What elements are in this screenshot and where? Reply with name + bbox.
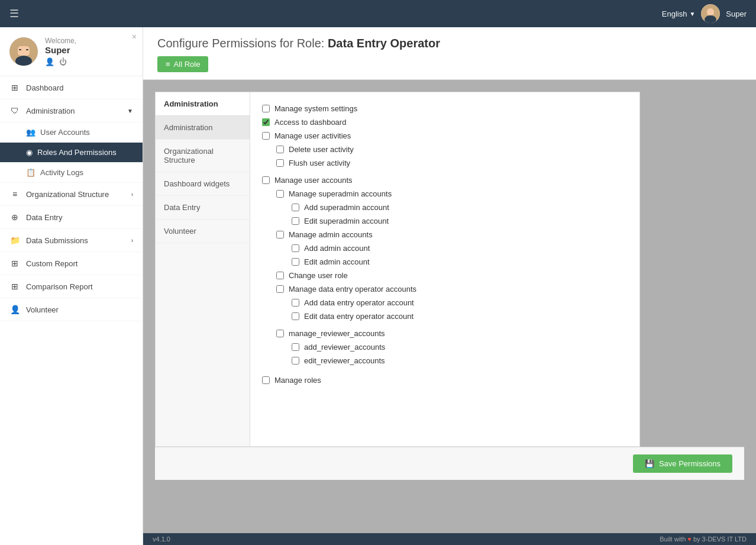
- perm-add-data-entry-operator-account: Add data entry operator account: [262, 296, 628, 309]
- sidebar-item-label: Roles And Permissions: [37, 148, 117, 157]
- sidebar-item-label: Data Submissions: [26, 236, 125, 245]
- label-edit-superadmin-account: Edit superadmin account: [304, 217, 389, 225]
- page-title-prefix: Configure Permissions for Role:: [157, 37, 324, 50]
- sidebar: Welcome, Super 👤 ⏻ × ⊞ Dashboard 🛡 Admin…: [0, 27, 143, 545]
- checkbox-add-data-entry-operator-account[interactable]: [292, 299, 299, 307]
- sidebar-item-label: Custom Report: [26, 259, 133, 268]
- label-add-admin-account: Add admin account: [304, 244, 370, 253]
- main-layout: Welcome, Super 👤 ⏻ × ⊞ Dashboard 🛡 Admin…: [0, 27, 756, 545]
- version-label: v4.1.0: [153, 536, 170, 543]
- user-power-icon[interactable]: ⏻: [59, 57, 67, 66]
- sidebar-item-data-entry[interactable]: ⊕ Data Entry: [0, 206, 143, 229]
- hamburger-icon[interactable]: ☰: [9, 7, 19, 20]
- checkbox-manage-admin-accounts[interactable]: [276, 231, 284, 238]
- user-profile-icon[interactable]: 👤: [45, 57, 54, 66]
- save-permissions-button[interactable]: 💾 Save Permissions: [633, 454, 732, 473]
- sidebar-item-label: Dashboard: [26, 83, 133, 92]
- label-add-data-entry-operator-account: Add data entry operator account: [304, 298, 414, 307]
- language-selector[interactable]: English ▼: [662, 9, 696, 18]
- sidebar-item-custom-report[interactable]: ⊞ Custom Report: [0, 252, 143, 275]
- chevron-right-icon: ›: [131, 237, 133, 244]
- tab-dashboard-widgets[interactable]: Dashboard widgets: [156, 172, 250, 196]
- perm-add-superadmin-account: Add superadmin account: [262, 201, 628, 214]
- svg-rect-3: [707, 10, 714, 15]
- checkbox-add-reviewer-accounts[interactable]: [292, 343, 299, 351]
- sidebar-item-dashboard[interactable]: ⊞ Dashboard: [0, 76, 143, 99]
- language-caret: ▼: [689, 11, 695, 17]
- svg-rect-5: [18, 46, 30, 56]
- save-bar: 💾 Save Permissions: [155, 447, 744, 480]
- tab-org-structure[interactable]: Organizational Structure: [156, 140, 250, 172]
- sidebar-item-volunteer[interactable]: 👤 Volunteer: [0, 298, 143, 321]
- tab-volunteer[interactable]: Volunteer: [156, 220, 250, 243]
- comparison-report-icon: ⊞: [9, 282, 20, 291]
- checkbox-manage-roles[interactable]: [262, 376, 270, 384]
- checkbox-manage-reviewer-accounts[interactable]: [276, 330, 284, 337]
- permissions-box: Administration Administration Organizati…: [155, 92, 640, 447]
- sidebar-user-info: Welcome, Super 👤 ⏻: [45, 37, 133, 66]
- all-role-button[interactable]: ≡ All Role: [157, 56, 208, 72]
- content-area: Administration Administration Organizati…: [143, 80, 756, 533]
- checkbox-add-superadmin-account[interactable]: [292, 204, 299, 211]
- perm-manage-superadmin-accounts: Manage superadmin accounts: [262, 187, 628, 201]
- page-role-name: Data Entry Operator: [328, 37, 440, 50]
- checkbox-delete-user-activity[interactable]: [276, 146, 284, 153]
- perm-edit-data-entry-operator-account: Edit data entry operator account: [262, 309, 628, 323]
- perm-add-admin-account: Add admin account: [262, 241, 628, 255]
- label-manage-admin-accounts: Manage admin accounts: [289, 230, 373, 239]
- welcome-text: Welcome,: [45, 37, 133, 45]
- sidebar-item-data-submissions[interactable]: 📁 Data Submissions ›: [0, 229, 143, 252]
- sidebar-item-label: Activity Logs: [40, 168, 83, 177]
- label-edit-reviewer-accounts: edit_reviewer_accounts: [304, 356, 385, 365]
- avatar: [701, 4, 720, 23]
- checkbox-add-admin-account[interactable]: [292, 244, 299, 252]
- label-manage-reviewer-accounts: manage_reviewer_accounts: [289, 329, 385, 338]
- sidebar-avatar: [9, 37, 38, 66]
- svg-rect-8: [26, 49, 28, 50]
- sidebar-item-label: Volunteer: [26, 305, 133, 314]
- activity-icon: 📋: [26, 168, 35, 177]
- checkbox-edit-admin-account[interactable]: [292, 258, 299, 266]
- volunteer-icon: 👤: [9, 305, 20, 314]
- perm-delete-user-activity: Delete user activity: [262, 143, 628, 156]
- checkbox-manage-superadmin-accounts[interactable]: [276, 190, 284, 198]
- sidebar-item-user-accounts[interactable]: 👥 User Accounts: [0, 122, 143, 143]
- all-role-label: All Role: [174, 60, 201, 69]
- checkbox-flush-user-activity[interactable]: [276, 159, 284, 167]
- perm-add-reviewer-accounts: add_reviewer_accounts: [262, 340, 628, 354]
- sidebar-item-org-structure[interactable]: ≡ Organizational Structure ›: [0, 183, 143, 206]
- perm-manage-system-settings: Manage system settings: [262, 102, 628, 115]
- checkbox-manage-user-activities[interactable]: [262, 132, 270, 140]
- checkbox-edit-data-entry-operator-account[interactable]: [292, 312, 299, 320]
- topnav-username: Super: [726, 9, 747, 18]
- checkbox-edit-superadmin-account[interactable]: [292, 217, 299, 225]
- sidebar-item-activity-logs[interactable]: 📋 Activity Logs: [0, 163, 143, 183]
- tab-administration[interactable]: Administration: [156, 116, 250, 140]
- label-change-user-role: Change user role: [289, 271, 348, 280]
- checkbox-change-user-role[interactable]: [276, 272, 284, 279]
- chevron-down-icon: ▼: [127, 108, 133, 114]
- checkbox-access-dashboard[interactable]: [262, 118, 270, 126]
- checkbox-manage-user-accounts[interactable]: [262, 176, 270, 184]
- label-manage-roles: Manage roles: [274, 376, 321, 385]
- checkbox-manage-data-entry-operator-accounts[interactable]: [276, 285, 284, 293]
- checkbox-edit-reviewer-accounts[interactable]: [292, 357, 299, 365]
- perm-manage-reviewer-accounts: manage_reviewer_accounts: [262, 327, 628, 340]
- perm-edit-reviewer-accounts: edit_reviewer_accounts: [262, 354, 628, 367]
- sidebar-user-icons: 👤 ⏻: [45, 57, 133, 66]
- sidebar-item-administration[interactable]: 🛡 Administration ▼: [0, 99, 143, 122]
- label-add-reviewer-accounts: add_reviewer_accounts: [304, 343, 385, 351]
- permissions-tab-header: Administration: [156, 92, 250, 116]
- label-edit-admin-account: Edit admin account: [304, 257, 370, 266]
- list-icon: ≡: [166, 60, 170, 69]
- perm-edit-superadmin-account: Edit superadmin account: [262, 214, 628, 228]
- built-with-text: Built with: [660, 536, 686, 543]
- label-add-superadmin-account: Add superadmin account: [304, 203, 389, 212]
- checkbox-manage-system-settings[interactable]: [262, 105, 270, 112]
- sidebar-item-comparison-report[interactable]: ⊞ Comparison Report: [0, 275, 143, 298]
- page-header: Configure Permissions for Role: Data Ent…: [143, 27, 756, 80]
- sidebar-item-roles-permissions[interactable]: ◉ Roles And Permissions: [0, 143, 143, 163]
- main-content: Configure Permissions for Role: Data Ent…: [143, 27, 756, 533]
- tab-data-entry[interactable]: Data Entry: [156, 196, 250, 220]
- close-sidebar-icon[interactable]: ×: [132, 32, 137, 41]
